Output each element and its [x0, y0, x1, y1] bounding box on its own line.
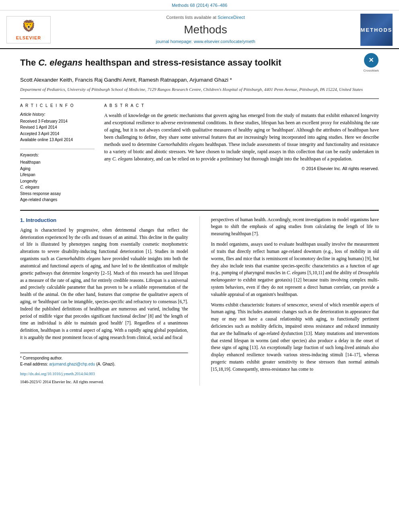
body-p1: Aging is characterized by progressive, o…	[20, 227, 188, 341]
footer-copyright-line: 1046-2023/© 2014 Elsevier Inc. All right…	[20, 378, 188, 386]
contents-label: Contents lists available at	[166, 15, 216, 20]
keyword-4: Longevity	[20, 179, 95, 185]
body-col-left: 1. Introduction Aging is characterized b…	[20, 216, 188, 386]
email-address[interactable]: arjumand.ghazi@chp.edu	[49, 362, 95, 366]
keyword-2: Aging	[20, 166, 95, 172]
homepage-label: journal homepage:	[156, 39, 193, 44]
body-p-right-2: In model organisms, assays used to evalu…	[211, 241, 379, 298]
crossmark-icon: ✕	[368, 55, 374, 65]
column-divider	[200, 216, 200, 386]
footnote-divider	[20, 353, 188, 353]
keyword-6: Stress response assay	[20, 191, 95, 197]
keyword-7: Age-related changes	[20, 197, 95, 203]
copyright: © 2014 Elsevier Inc. All rights reserved…	[104, 166, 379, 172]
keyword-5: C. elegans	[20, 185, 95, 191]
journal-top-bar: Methods 68 (2014) 476–486	[0, 0, 399, 10]
authors-line: Scott Alexander Keith, Francis Raj Gandh…	[20, 76, 379, 84]
article-history: Article history: Received 3 February 201…	[20, 112, 95, 143]
journal-center-header: Contents lists available at ScienceDirec…	[51, 14, 360, 45]
article-info-col: A R T I C L E I N F O Article history: R…	[20, 103, 95, 203]
footnote-text: * Corresponding author. E-mail address: …	[20, 355, 188, 368]
revised-date: Revised 1 April 2014	[20, 125, 95, 131]
keywords-section: Keywords: Healthspan Aging Lifespan Long…	[20, 149, 95, 203]
keywords-label: Keywords:	[20, 152, 95, 158]
abstract-col: A B S T R A C T A wealth of knowledge on…	[104, 103, 379, 203]
corresponding-note: * Corresponding author.	[20, 356, 63, 360]
title-italic: C. elegans	[38, 58, 82, 68]
authors-text: Scott Alexander Keith, Francis Raj Gandh…	[20, 77, 228, 83]
abstract-italic-1: Caenorhabditis elegans	[158, 142, 204, 147]
paper-content: The C. elegans healthspan and stress-res…	[0, 49, 399, 394]
methods-reference: Methods 68 (2014) 476–486	[172, 3, 227, 8]
accepted-date: Accepted 3 April 2014	[20, 131, 95, 137]
body-col-right: perspectives of human health. Accordingl…	[211, 216, 379, 386]
keyword-3: Lifespan	[20, 172, 95, 178]
body-p-right-1: perspectives of human health. Accordingl…	[211, 216, 379, 238]
journal-header: 🦁 ELSEVIER Contents lists available at S…	[0, 10, 399, 49]
email-suffix: (A. Ghazi).	[96, 362, 115, 366]
body-divider	[20, 210, 379, 211]
title-prefix: The	[20, 58, 38, 68]
article-title: The C. elegans healthspan and stress-res…	[20, 57, 281, 69]
keyword-1: Healthspan	[20, 160, 95, 166]
homepage-url[interactable]: www.elsevier.com/locate/ymeth	[194, 39, 255, 44]
sciencedirect-line: Contents lists available at ScienceDirec…	[51, 14, 360, 21]
available-date: Available online 13 April 2014	[20, 137, 95, 143]
body-columns: 1. Introduction Aging is characterized b…	[20, 216, 379, 386]
methods-cover-title: METHODS	[361, 27, 393, 34]
elsevier-logo: 🦁 ELSEVIER	[6, 16, 51, 44]
elsevier-lion-icon: 🦁	[22, 18, 36, 35]
crossmark-badge: ✕ CrossMark	[363, 53, 379, 73]
sciencedirect-link[interactable]: ScienceDirect	[218, 15, 245, 20]
title-divider	[20, 99, 379, 99]
affiliation: Department of Pediatrics, University of …	[20, 86, 379, 92]
footnote-area: * Corresponding author. E-mail address: …	[20, 345, 188, 386]
footer-issn: 1046-2023/© 2014 Elsevier Inc. All right…	[20, 380, 104, 384]
abstract-italic-2: C. elegans	[112, 156, 133, 162]
received-date: Received 3 February 2014	[20, 119, 95, 125]
elsevier-brand: ELSEVIER	[9, 35, 48, 41]
crossmark-label: CrossMark	[363, 68, 379, 73]
journal-title: Methods	[51, 22, 360, 38]
abstract-text: A wealth of knowledge on the genetic mec…	[104, 112, 379, 162]
journal-homepage: journal homepage: www.elsevier.com/locat…	[51, 39, 360, 45]
article-info-abstract: A R T I C L E I N F O Article history: R…	[20, 103, 379, 203]
footer-doi-line: http://dx.doi.org/10.1016/j.ymeth.2014.0…	[20, 370, 188, 378]
email-label: E-mail address:	[20, 362, 48, 366]
body-p-right-3: Worms exhibit characteristic features of…	[211, 302, 379, 373]
history-label: Article history:	[20, 112, 95, 118]
title-suffix: healthspan and stress-resistance assay t…	[82, 58, 281, 68]
methods-cover-image: METHODS	[360, 14, 393, 46]
article-info-label: A R T I C L E I N F O	[20, 103, 95, 109]
doi-link[interactable]: http://dx.doi.org/10.1016/j.ymeth.2014.0…	[20, 372, 95, 376]
corresponding-asterisk: *	[230, 77, 232, 83]
abstract-label: A B S T R A C T	[104, 103, 379, 109]
section1-heading: 1. Introduction	[20, 216, 188, 224]
